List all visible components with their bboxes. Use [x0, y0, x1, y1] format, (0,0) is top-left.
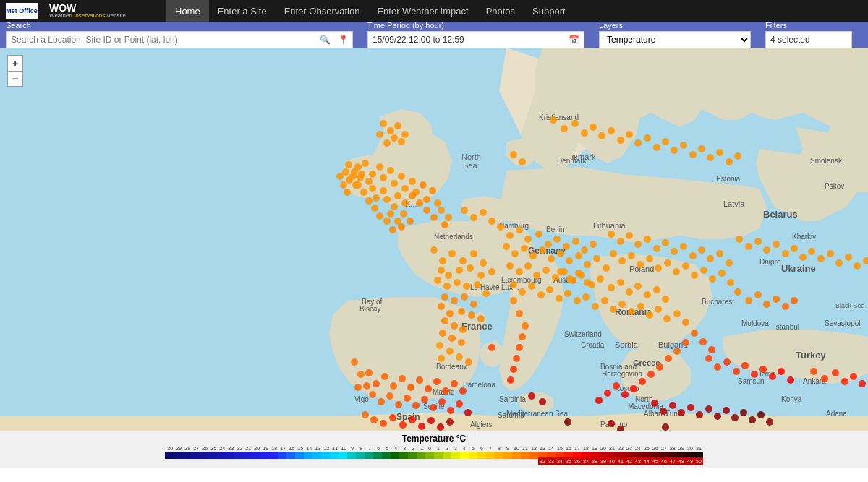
svg-point-357	[763, 301, 770, 308]
svg-point-102	[389, 226, 396, 233]
svg-text:Lithuania: Lithuania	[593, 221, 626, 230]
legend-cell: 6	[477, 446, 486, 459]
svg-point-293	[647, 371, 655, 378]
svg-point-181	[566, 257, 573, 264]
svg-point-175	[511, 250, 519, 257]
svg-point-107	[387, 210, 394, 218]
svg-point-300	[651, 400, 658, 407]
svg-point-314	[510, 297, 517, 304]
svg-point-157	[458, 339, 465, 346]
svg-point-159	[446, 348, 454, 355]
svg-point-320	[510, 366, 517, 373]
legend-highlight-number-cell: 36	[573, 457, 582, 465]
svg-text:Pskov: Pskov	[825, 182, 844, 190]
svg-point-213	[592, 303, 599, 310]
temperature-legend: Temperature °C -30-29-28-27-26-25-24-23-…	[0, 431, 868, 468]
svg-point-390	[859, 380, 866, 387]
svg-point-304	[687, 404, 694, 411]
nav-home[interactable]: Home	[166, 0, 209, 22]
nav-photos[interactable]: Photos	[477, 0, 524, 22]
map-container[interactable]: North Sea Germany France Spain Belarus U…	[0, 48, 868, 431]
svg-point-364	[763, 246, 770, 254]
zoom-in-button[interactable]: +	[7, 55, 23, 71]
svg-point-89	[380, 187, 387, 194]
svg-point-315	[516, 310, 523, 317]
legend-cell: -1	[417, 446, 425, 459]
legend-cell: -27	[191, 446, 200, 459]
svg-point-140	[463, 283, 470, 290]
svg-point-129	[470, 250, 477, 257]
svg-point-303	[678, 409, 685, 416]
svg-point-87	[391, 203, 398, 210]
search-button[interactable]: 🔍	[316, 32, 334, 48]
nav-enter-weather-impact[interactable]: Enter Weather Impact	[368, 0, 477, 22]
svg-point-119	[352, 181, 359, 189]
svg-point-163	[497, 223, 504, 231]
svg-point-290	[673, 348, 681, 355]
legend-highlight-number-cell: 40	[608, 457, 616, 465]
svg-point-141	[474, 281, 481, 288]
legend-highlight-number-cell: 33	[547, 457, 556, 465]
svg-point-245	[673, 268, 680, 275]
legend-highlight-number-cell: 38	[590, 457, 599, 465]
nav-enter-observation[interactable]: Enter Observation	[276, 0, 369, 22]
navbar: Met Office WOW WeatherObservationsWebsit…	[0, 0, 868, 22]
svg-point-132	[477, 272, 485, 279]
svg-point-347	[734, 152, 741, 160]
layers-dropdown[interactable]: Temperature Wind Speed Rainfall Humidity…	[600, 32, 750, 48]
svg-point-329	[571, 120, 579, 127]
map-svg: North Sea Germany France Spain Belarus U…	[0, 48, 868, 431]
svg-point-401	[662, 423, 669, 431]
svg-point-324	[539, 398, 546, 405]
svg-point-206	[528, 283, 535, 290]
filters-label: Filters	[765, 21, 852, 30]
main-nav: Home Enter a Site Enter Observation Ente…	[166, 0, 574, 22]
svg-point-345	[716, 149, 723, 156]
svg-point-143	[441, 293, 448, 301]
filters-value[interactable]: 4 selected	[765, 31, 852, 48]
svg-text:Vigo: Vigo	[354, 395, 369, 403]
nav-enter-site[interactable]: Enter a Site	[209, 0, 276, 22]
legend-highlight-number-cell: 47	[668, 457, 677, 465]
legend-highlight-number-cell: 48	[677, 457, 686, 465]
svg-point-362	[745, 243, 752, 250]
svg-point-122	[336, 173, 344, 180]
svg-point-207	[537, 291, 545, 298]
svg-point-292	[656, 363, 663, 371]
svg-point-124	[344, 189, 351, 196]
svg-point-373	[845, 254, 852, 261]
svg-point-378	[575, 270, 582, 277]
svg-point-117	[351, 168, 358, 176]
svg-text:Barcelona: Barcelona	[463, 381, 495, 389]
svg-point-361	[736, 236, 743, 243]
zoom-out-button[interactable]: −	[7, 71, 23, 87]
svg-point-201	[644, 291, 651, 298]
calendar-button[interactable]: 📅	[569, 35, 579, 45]
svg-point-106	[394, 218, 401, 225]
svg-point-377	[566, 275, 574, 283]
location-button[interactable]: 📍	[334, 32, 352, 48]
svg-point-149	[458, 308, 465, 315]
svg-point-92	[365, 178, 373, 185]
svg-point-236	[716, 250, 723, 257]
nav-support[interactable]: Support	[524, 0, 574, 22]
svg-point-237	[726, 259, 733, 267]
svg-point-327	[550, 116, 557, 124]
svg-point-263	[459, 387, 467, 395]
search-input[interactable]	[7, 32, 316, 48]
svg-point-294	[639, 378, 646, 385]
svg-point-209	[556, 295, 563, 302]
search-bar: Search 🔍 📍 Time Period (by hour) 15/09/2…	[0, 22, 868, 48]
time-input-row: 15/09/22 12:00 to 12:59 📅	[367, 31, 584, 48]
svg-point-188	[524, 262, 532, 270]
svg-point-274	[456, 400, 463, 408]
svg-point-282	[418, 423, 425, 430]
logo-area: Met Office WOW WeatherObservationsWebsit…	[0, 0, 166, 22]
svg-point-283	[427, 417, 435, 424]
svg-point-67	[380, 174, 387, 181]
svg-point-217	[628, 308, 635, 315]
svg-point-386	[821, 375, 828, 382]
svg-point-64	[362, 160, 369, 167]
svg-point-134	[456, 267, 463, 274]
svg-point-400	[787, 376, 794, 384]
